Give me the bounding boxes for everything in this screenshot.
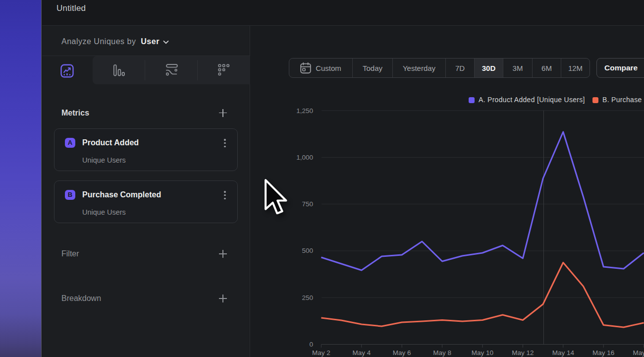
svg-text:May 4: May 4 bbox=[352, 349, 371, 357]
svg-text:May 12: May 12 bbox=[512, 349, 534, 357]
svg-text:750: 750 bbox=[302, 200, 313, 208]
svg-text:May 2: May 2 bbox=[312, 349, 330, 357]
svg-text:May 8: May 8 bbox=[433, 349, 451, 357]
svg-text:May 14: May 14 bbox=[552, 349, 575, 357]
svg-text:1,250: 1,250 bbox=[296, 107, 313, 115]
svg-text:May 6: May 6 bbox=[393, 349, 411, 357]
svg-text:500: 500 bbox=[302, 247, 313, 254]
svg-text:May 16: May 16 bbox=[592, 349, 614, 357]
svg-text:May 18: May 18 bbox=[633, 349, 644, 357]
svg-text:1,000: 1,000 bbox=[296, 154, 313, 161]
svg-text:0: 0 bbox=[309, 341, 313, 348]
svg-text:May 10: May 10 bbox=[472, 349, 493, 357]
svg-text:250: 250 bbox=[302, 294, 313, 301]
